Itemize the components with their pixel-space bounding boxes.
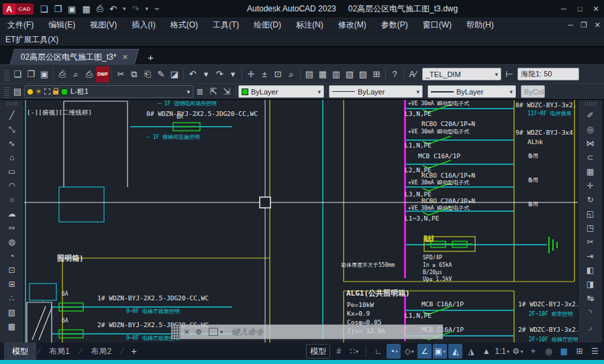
help-icon[interactable]: ?: [388, 68, 401, 81]
ortho-icon[interactable]: ∟: [371, 344, 385, 359]
erase-icon[interactable]: ✐: [583, 110, 599, 121]
clean-screen-icon[interactable]: ⊞: [572, 344, 587, 359]
menu-V[interactable]: 视图(V): [83, 17, 124, 33]
menu-O[interactable]: 格式(O): [163, 17, 205, 33]
redo-icon[interactable]: ↷: [132, 4, 140, 14]
isolate-objects-icon[interactable]: ◎: [542, 344, 556, 359]
break-at-point-icon[interactable]: ◧: [583, 265, 599, 276]
sheet-set-icon[interactable]: ▨: [356, 68, 370, 81]
qnew-icon[interactable]: ❏: [40, 4, 48, 14]
plot-icon[interactable]: ⎙: [56, 68, 69, 81]
menu-H[interactable]: 帮助(H): [459, 17, 501, 33]
copy-icon[interactable]: ⧉: [128, 68, 141, 81]
toolbar-grip[interactable]: [7, 102, 17, 106]
command-input[interactable]: 键入命令: [232, 326, 264, 338]
menu-et-tools[interactable]: ET扩展工具(X): [5, 34, 58, 46]
toolbar-grip[interactable]: [4, 86, 9, 98]
tool-palettes-icon[interactable]: ▧: [343, 68, 356, 81]
polyline-icon[interactable]: ∿: [4, 138, 20, 149]
redo-caret[interactable]: ▾: [226, 68, 240, 81]
open-icon[interactable]: ❐: [54, 4, 62, 14]
menu-N[interactable]: 标注(N): [289, 17, 331, 33]
annotation-scale-icon[interactable]: ▲: [479, 344, 493, 359]
new-layout-button[interactable]: +: [124, 346, 143, 357]
gradient-icon[interactable]: ▩: [4, 321, 20, 332]
zoom-realtime-icon[interactable]: ±: [258, 68, 271, 81]
menu-E[interactable]: 编辑(E): [41, 17, 83, 33]
rectangle-icon[interactable]: ▭: [4, 166, 20, 178]
make-block-icon[interactable]: ⊞: [4, 279, 20, 290]
redo-caret[interactable]: ▾: [145, 5, 148, 12]
maximize-icon[interactable]: □: [572, 5, 588, 13]
cut-icon[interactable]: ✂: [114, 68, 128, 81]
plot-preview-icon[interactable]: ⌕: [69, 68, 83, 81]
construction-line-icon[interactable]: ⤡: [4, 124, 20, 135]
open-icon[interactable]: ❐: [24, 68, 38, 81]
match-properties-icon[interactable]: ✎: [154, 68, 168, 81]
menu-M[interactable]: 修改(M): [331, 17, 374, 33]
blend-curves-icon[interactable]: ◞: [583, 321, 599, 332]
menu-W[interactable]: 窗口(W): [415, 17, 459, 33]
hatch-icon[interactable]: ▨: [4, 307, 20, 318]
menu-I[interactable]: 插入(I): [124, 17, 162, 33]
layout-tab-布局2[interactable]: 布局2: [83, 343, 119, 360]
saveas-icon[interactable]: ▦: [82, 4, 90, 14]
move-icon[interactable]: ✛: [583, 180, 599, 192]
stretch-icon[interactable]: ◳: [583, 223, 599, 234]
autocad-logo-icon[interactable]: A CAD: [3, 2, 34, 15]
circle-icon[interactable]: ○: [4, 194, 20, 206]
break-icon[interactable]: ◨: [583, 279, 599, 290]
revcloud-icon[interactable]: ☁: [4, 208, 20, 220]
toolbar-grip[interactable]: [585, 102, 596, 106]
mdi-minimize-icon[interactable]: ─: [564, 21, 577, 29]
text-style-icon[interactable]: A⁄: [406, 68, 419, 81]
file-tab-close-icon[interactable]: ✕: [122, 53, 128, 62]
snap-icon[interactable]: ∷▾: [347, 344, 361, 359]
otrack-icon[interactable]: ∠: [417, 344, 432, 359]
mirror-icon[interactable]: ⋈: [583, 138, 599, 149]
offset-icon[interactable]: ⊂: [583, 152, 599, 164]
paste-icon[interactable]: ⎗: [141, 68, 154, 81]
layer-states-icon[interactable]: ≣: [193, 85, 207, 99]
dwf-icon[interactable]: DWF: [96, 66, 109, 82]
make-current-icon[interactable]: ⇱: [207, 85, 220, 99]
autoscale-icon[interactable]: ◮: [464, 344, 478, 359]
quickcalc-icon[interactable]: ⊞: [370, 68, 383, 81]
insert-block-icon[interactable]: ⊡: [4, 265, 20, 276]
zoom-window-icon[interactable]: ⊡: [271, 68, 285, 81]
undo-caret[interactable]: ▾: [123, 5, 126, 12]
menu-T[interactable]: 工具(T): [205, 17, 246, 33]
menu-P[interactable]: 参数(P): [374, 17, 415, 33]
toolbar-grip[interactable]: [4, 68, 9, 80]
line-icon[interactable]: ╱: [4, 110, 20, 121]
undo-caret[interactable]: ▾: [199, 68, 213, 81]
grid-icon[interactable]: #: [332, 344, 346, 359]
block-editor-icon[interactable]: ◪: [168, 68, 181, 81]
osnap-icon[interactable]: ▣▾: [433, 344, 447, 359]
layer-combo[interactable]: ☀ L-粗1 ▾: [24, 85, 193, 98]
command-bar-drag-handle[interactable]: [172, 325, 181, 339]
scale-value[interactable]: 1:1▾: [495, 344, 509, 359]
spline-icon[interactable]: ∾: [4, 223, 20, 234]
close-icon[interactable]: ✕: [181, 328, 193, 337]
layer-unlock-icon[interactable]: [53, 90, 58, 95]
layout-tab-模型[interactable]: 模型: [4, 343, 36, 360]
undo-icon[interactable]: ↶: [186, 68, 199, 81]
menu-D[interactable]: 绘图(D): [246, 17, 289, 33]
mdi-close-icon[interactable]: ✕: [591, 21, 604, 29]
fillet-icon[interactable]: ◝: [583, 307, 599, 318]
layer-thaw-sun-icon[interactable]: ☀: [36, 88, 42, 95]
array-icon[interactable]: ▦: [583, 166, 599, 178]
minimize-icon[interactable]: ─: [556, 5, 572, 13]
qat-customize-caret[interactable]: ≂: [154, 5, 160, 12]
text-style-combo[interactable]: _TEL_DIM ▾: [422, 68, 501, 80]
redo-icon[interactable]: ↷: [213, 68, 226, 81]
customization-icon[interactable]: ☰: [588, 344, 602, 359]
dim-update-icon[interactable]: ⊢: [503, 68, 516, 81]
pan-icon[interactable]: ✛: [244, 68, 258, 81]
polygon-icon[interactable]: ⌂: [4, 152, 20, 164]
layer-properties-icon[interactable]: ▤: [11, 85, 24, 99]
zoom-previous-icon[interactable]: ⌕: [285, 68, 298, 81]
model-space-button[interactable]: 模型: [306, 344, 330, 359]
publish-icon[interactable]: ⎙: [83, 68, 96, 81]
